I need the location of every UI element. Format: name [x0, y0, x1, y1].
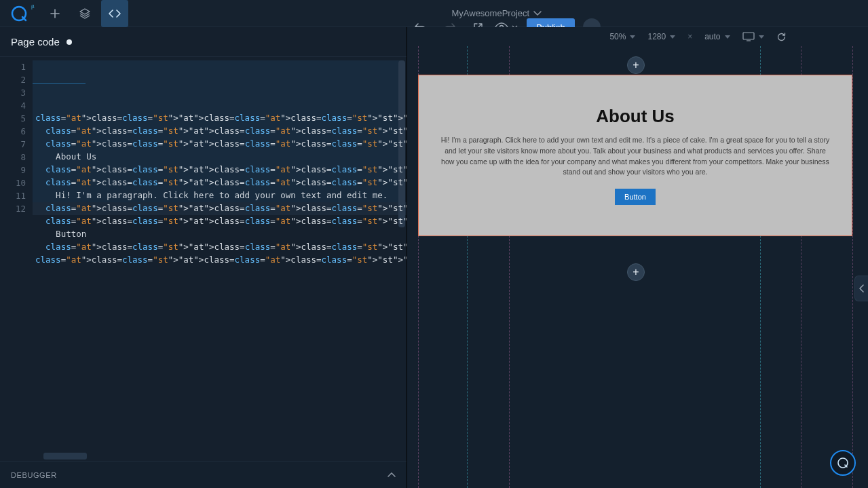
- code-editor[interactable]: 123456789101112 class="at">class=class="…: [0, 57, 407, 461]
- collapse-sidebar-handle[interactable]: [854, 276, 868, 301]
- canvas[interactable]: + About Us Hi! I'm a paragraph. Click he…: [407, 46, 868, 488]
- help-icon: [837, 457, 849, 469]
- viewport-toolbar: 50% 1280 × auto: [407, 27, 868, 46]
- refresh-button[interactable]: [776, 32, 787, 42]
- zoom-control[interactable]: 50%: [609, 32, 635, 41]
- help-button[interactable]: [830, 450, 856, 476]
- topbar: β MyAwesomeProject Publish: [0, 0, 868, 27]
- device-control[interactable]: [742, 32, 764, 41]
- code-panel-footer[interactable]: DEBUGGER: [0, 461, 407, 488]
- chevron-down-icon: [759, 35, 764, 39]
- guide-line: [852, 46, 853, 488]
- horizontal-scroll-thumb[interactable]: [43, 453, 87, 459]
- app-logo[interactable]: [5, 0, 33, 27]
- code-content[interactable]: class="at">class=class="st">"at">class=c…: [33, 57, 407, 461]
- width-control[interactable]: 1280: [647, 32, 675, 41]
- canvas-panel: 50% 1280 × auto + About Us Hi! I: [407, 27, 868, 488]
- preview-paragraph[interactable]: Hi! I'm a paragraph. Click here to add y…: [439, 135, 831, 178]
- add-page-button[interactable]: [41, 0, 69, 27]
- zoom-value: 50%: [609, 32, 626, 41]
- chevron-down-icon: [670, 35, 675, 39]
- chevron-left-icon: [859, 284, 865, 293]
- chevron-down-icon: [533, 11, 542, 16]
- preview-button[interactable]: Button: [615, 189, 656, 205]
- code-view-button[interactable]: [101, 0, 128, 27]
- beta-badge: β: [31, 3, 35, 10]
- code-panel-title: Page code: [11, 36, 60, 48]
- layers-button[interactable]: [71, 0, 98, 27]
- chevron-down-icon: [630, 35, 635, 39]
- width-value: 1280: [647, 32, 666, 41]
- code-panel-header: Page code: [0, 27, 407, 57]
- dimension-separator: ×: [687, 32, 692, 41]
- preview-heading[interactable]: About Us: [596, 106, 675, 127]
- line-gutter: 123456789101112: [0, 57, 33, 461]
- svg-rect-2: [743, 33, 754, 39]
- add-section-below-button[interactable]: +: [627, 263, 645, 281]
- add-section-above-button[interactable]: +: [627, 56, 645, 74]
- code-panel: Page code 123456789101112 class="at">cla…: [0, 27, 407, 488]
- plus-icon: +: [633, 59, 639, 71]
- refresh-icon: [776, 32, 787, 42]
- chevron-up-icon: [388, 472, 396, 478]
- debugger-label: DEBUGGER: [11, 471, 57, 479]
- desktop-icon: [742, 32, 755, 41]
- chevron-down-icon: [725, 35, 730, 39]
- preview-section[interactable]: About Us Hi! I'm a paragraph. Click here…: [418, 75, 852, 236]
- plus-icon: +: [633, 266, 639, 278]
- height-value: auto: [704, 32, 720, 41]
- height-control[interactable]: auto: [704, 32, 730, 41]
- unsaved-dot-icon: [67, 39, 72, 45]
